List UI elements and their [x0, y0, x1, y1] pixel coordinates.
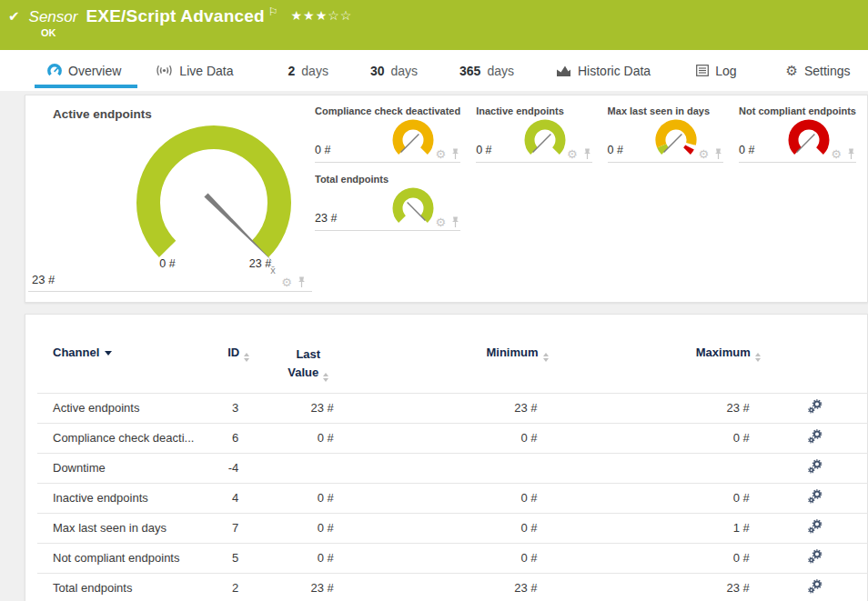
tab-bar: Overview Live Data 2 days 30 days 365 da…	[0, 50, 868, 91]
channel-name[interactable]: Max last seen in days	[37, 513, 218, 543]
tab-unit: days	[390, 64, 418, 78]
pin-icon[interactable]	[713, 148, 723, 160]
channel-settings-icon[interactable]	[807, 579, 823, 595]
gauge-settings-gear-icon[interactable]: ⚙	[567, 148, 578, 160]
gauge-arc	[793, 125, 824, 151]
tab-log[interactable]: Log	[696, 50, 736, 91]
last-value: 23 #	[249, 393, 345, 423]
gauge-dial	[388, 185, 439, 228]
tab-30-days[interactable]: 30 days	[370, 50, 418, 91]
channel-settings-icon[interactable]	[807, 459, 823, 475]
channel-settings-icon[interactable]	[807, 489, 823, 505]
table-row: Inactive endpoints 4 0 # 0 # 0 #	[37, 483, 868, 513]
gauge-settings-gear-icon[interactable]: ⚙	[831, 148, 842, 160]
channel-id: 6	[218, 423, 250, 453]
gauge-value: 0 #	[739, 144, 754, 156]
table-row: Downtime -4	[37, 453, 868, 483]
channel-name[interactable]: Total endpoints	[37, 573, 218, 601]
sort-icon[interactable]	[244, 353, 249, 362]
gauge-inactive-endpoints: Inactive endpoints 0 # ⚙	[476, 105, 591, 163]
channel-settings-icon[interactable]	[807, 519, 823, 535]
gauge-dial	[783, 116, 834, 160]
channel-settings-icon[interactable]	[807, 549, 823, 565]
column-label: Minimum	[486, 346, 538, 359]
sort-icon[interactable]	[755, 353, 761, 362]
tab-overview[interactable]: Overview	[35, 50, 137, 91]
pin-icon[interactable]	[846, 148, 856, 160]
channel-id: 3	[218, 393, 250, 423]
tab-number: 30	[370, 64, 385, 78]
sort-icon[interactable]	[543, 353, 549, 362]
last-value	[249, 453, 345, 483]
channel-id: 2	[218, 573, 250, 601]
small-gauges-grid: Compliance check deactivated 0 # ⚙ Inact…	[315, 105, 856, 231]
maximum-value	[549, 453, 761, 483]
gauge-needle	[532, 135, 550, 153]
pin-icon[interactable]	[450, 216, 460, 228]
gauge-arc	[148, 137, 279, 249]
gauge-arc	[398, 193, 429, 219]
tab-live-data[interactable]: Live Data	[156, 50, 233, 91]
pin-icon[interactable]	[297, 276, 307, 288]
gauge-settings-gear-icon[interactable]: ⚙	[436, 148, 447, 160]
gauge-scale-min: 0 #	[159, 257, 175, 270]
priority-flag-icon[interactable]: ⚐	[268, 5, 278, 18]
tab-settings[interactable]: ⚙ Settings	[785, 50, 850, 91]
table-row: Max last seen in days 7 0 # 0 # 1 #	[37, 513, 868, 543]
channel-name[interactable]: Inactive endpoints	[37, 483, 218, 513]
pin-icon[interactable]	[582, 148, 592, 160]
gauge-value: 0 #	[476, 144, 491, 156]
gauge-needle	[664, 135, 682, 153]
gauge-settings-gear-icon[interactable]: ⚙	[698, 148, 709, 160]
channel-name[interactable]: Compliance check deacti...	[37, 423, 218, 453]
channel-id: 7	[218, 513, 250, 543]
gauge-value: 0 #	[315, 144, 330, 156]
gauge-not-compliant-endpoints: Not compliant endpoints 0 # ⚙	[739, 105, 856, 163]
maximum-value: 0 #	[549, 483, 761, 513]
maximum-value: 1 #	[549, 513, 761, 543]
gear-icon: ⚙	[785, 64, 797, 77]
channel-sort-caret-icon[interactable]	[105, 351, 112, 356]
column-header-channel[interactable]: Channel	[37, 315, 218, 393]
rating-stars[interactable]: ★★★☆☆	[291, 8, 353, 23]
tab-label: Overview	[68, 64, 121, 78]
gauge-title: Compliance check deactivated	[315, 105, 460, 116]
area-chart-icon	[556, 65, 571, 77]
gauge-active-endpoints: Active endpoints x̄ 0 # 23 # 23 # ⚙	[28, 95, 312, 292]
gauge-title: Total endpoints	[315, 174, 460, 185]
column-header-last-value[interactable]: Last Value	[249, 315, 345, 393]
tab-365-days[interactable]: 365 days	[459, 50, 514, 91]
tab-historic-data[interactable]: Historic Data	[556, 50, 651, 91]
tab-number: 365	[459, 64, 480, 78]
column-label: Channel	[53, 346, 99, 359]
table-row: Total endpoints 2 23 # 23 # 23 #	[37, 573, 868, 601]
gauge-value: 23 #	[32, 273, 55, 286]
tab-label: Log	[715, 64, 736, 78]
gauges-panel: Active endpoints x̄ 0 # 23 # 23 # ⚙ Comp…	[25, 95, 868, 303]
sort-icon[interactable]	[323, 373, 328, 382]
column-header-id[interactable]: ID	[218, 315, 250, 393]
channel-settings-icon[interactable]	[807, 429, 823, 445]
gauge-value: 23 #	[315, 212, 337, 225]
gauge-dial	[520, 116, 570, 160]
channel-settings-icon[interactable]	[807, 399, 823, 415]
channel-name[interactable]: Not compliant endpoints	[37, 543, 218, 573]
channel-id: 5	[218, 543, 250, 573]
gauge-arc-green-zone	[661, 145, 665, 151]
pin-icon[interactable]	[450, 148, 460, 160]
tab-label: Settings	[804, 64, 851, 78]
gauge-settings-gear-icon[interactable]: ⚙	[436, 216, 447, 228]
gauge-settings-gear-icon[interactable]: ⚙	[281, 276, 292, 288]
channel-name[interactable]: Downtime	[37, 453, 218, 483]
channels-table: Channel ID Last Value Minimum Maximum	[37, 315, 868, 601]
maximum-value: 0 #	[549, 543, 761, 573]
column-header-minimum[interactable]: Minimum	[345, 315, 549, 393]
gauge-needle	[797, 135, 815, 153]
gauge-title: Max last seen in days	[608, 105, 723, 116]
channel-name[interactable]: Active endpoints	[37, 393, 218, 423]
tab-2-days[interactable]: 2 days	[288, 50, 328, 91]
gauge-arc	[530, 125, 560, 151]
gauge-title: Inactive endpoints	[476, 105, 591, 116]
gauge-arc-red-zone	[687, 147, 690, 151]
column-header-maximum[interactable]: Maximum	[549, 315, 761, 393]
